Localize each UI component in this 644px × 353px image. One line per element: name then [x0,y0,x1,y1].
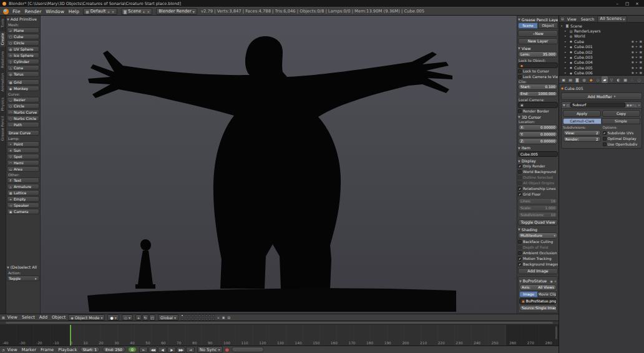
modifier-option-checkbox[interactable]: ✓ Subdivide UVs [603,130,641,136]
selectability-icon[interactable]: ▸ [636,66,637,69]
add-object-button[interactable]: ▦ Lattice [7,190,39,196]
renderability-icon[interactable]: ▣ [639,45,642,48]
outliner-row[interactable]: ▸ ◆ Cube ◉ ▸ ▣ [559,39,644,44]
frame-end-field[interactable]: End: 250 [102,347,125,352]
viewport-menu-item[interactable]: View [7,315,17,320]
layer-dot[interactable] [198,318,201,321]
subdivision-number-field[interactable]: View: 2 [563,130,601,136]
properties-tab[interactable]: ∴ [629,76,635,83]
display-option-checkbox[interactable]: ✓ Outline Selected [518,175,558,181]
transform-orientation-selector[interactable]: Global ▾ [158,314,178,321]
timeline-editor-icon[interactable]: ◔ [2,348,4,352]
transport-button[interactable]: ▶ [167,347,176,353]
layer-dot[interactable] [198,314,201,317]
subdivision-number-field[interactable]: Render: 2 [563,136,601,142]
visibility-eye-icon[interactable]: ◉ [632,40,634,43]
clip-end-field[interactable]: End: 1000.000 [518,91,558,97]
expand-icon[interactable]: ▸ [565,45,568,48]
lock-to-object-field[interactable]: ◆ [518,62,558,68]
gp-source-option[interactable]: Scene [518,22,538,29]
auto-keyframe-record-icon[interactable]: ● [225,347,229,352]
add-curve-button[interactable]: ◠ Nurbs Curve [7,109,39,115]
renderability-icon[interactable]: ▣ [639,71,642,74]
outliner-row[interactable]: ▸ ▤ RenderLayers ◉ ▸ ▣ [559,28,644,33]
modifier-option-checkbox[interactable]: ✓ Optimal Display [603,136,641,141]
layer-dot[interactable] [202,314,204,317]
outliner-row[interactable]: ▸ ◆ Cube.005 ◉ ▸ ▣ [559,65,644,70]
cursor-axis-field[interactable]: X: 0.00000 [518,124,558,131]
gp-new-data-button[interactable]: + New [518,30,558,36]
shading-option-checkbox[interactable]: ✓ Depth of Field [518,245,558,251]
bg-image-datablock[interactable]: ▣ BuProStatue.png [519,298,557,304]
close-button[interactable]: × [633,1,642,6]
add-curve-button[interactable]: ○ Circle [7,103,39,109]
visibility-eye-icon[interactable]: ◉ [632,66,634,69]
visibility-eye-icon[interactable]: ◉ [550,279,552,283]
shading-option-checkbox[interactable]: ✓ Background Images [518,262,558,267]
properties-tab[interactable]: ◇ [595,76,601,83]
action-dropdown[interactable]: Toggle ▾ [7,276,39,281]
expand-icon[interactable]: ▾ [561,24,564,27]
add-modifier-dropdown[interactable]: Add Modifier ▾ [561,92,642,100]
add-object-button[interactable]: ▣ Camera [7,209,39,214]
minimize-button[interactable]: – [613,1,622,6]
add-lamp-button[interactable]: ▭ Area [7,166,39,172]
layer-dot[interactable] [192,314,194,317]
selectability-icon[interactable]: ▸ [636,45,637,48]
lens-field[interactable]: Lens: 35.000 [518,51,558,57]
selectability-icon[interactable]: ▸ [636,56,637,59]
grid-setting-field[interactable]: Subdivisions: 10 [518,212,558,218]
outliner-row[interactable]: ▸ ◆ Cube.001 ◉ ▸ ▣ [559,44,644,49]
add-lamp-button[interactable]: ☀ Sun [7,147,39,153]
add-curve-button[interactable]: ◡ Bezier [7,97,39,102]
menu-item[interactable]: File [12,9,21,14]
add-object-button[interactable]: ◬ Armature [7,184,39,189]
add-mesh-button[interactable]: ▢ Cube [7,34,39,39]
algorithm-option[interactable]: Catmull-Clark [563,118,602,124]
layer-dot[interactable] [202,318,204,321]
visibility-eye-icon[interactable]: ◉ [632,61,634,64]
toolshelf-tab[interactable]: Tools [0,17,6,29]
toolshelf-tab[interactable]: Physics [0,96,6,112]
current-frame-field[interactable]: 0 [128,347,137,352]
add-image-button[interactable]: Add Image [518,268,558,274]
renderability-icon[interactable]: ▣ [639,56,642,59]
add-object-button[interactable]: + Empty [7,196,39,202]
local-camera-field[interactable]: ▣ [518,102,558,107]
gp-source-option[interactable]: Object [538,22,558,29]
apply-modifier-button[interactable]: Apply [563,110,601,117]
add-mesh-button[interactable]: ○ Circle [7,40,39,46]
editor-type-selector[interactable]: ▦ [2,316,5,319]
toolshelf-tab[interactable]: Relations [0,49,6,70]
layer-dot[interactable] [205,318,208,321]
display-panel-header[interactable]: ▼ Display [518,157,558,163]
renderability-icon[interactable]: ▣ [639,66,642,69]
display-option-checkbox[interactable]: ✓ Only Render [518,164,558,169]
selectability-icon[interactable]: ▸ [636,40,637,43]
clip-start-field[interactable]: Start: 0.100 [518,84,558,89]
timeline-menu-item[interactable]: Playback [58,347,77,352]
manipulator-button[interactable]: ◰ [149,314,155,321]
pivot-point-selector[interactable]: ◎ ▾ [122,314,133,321]
shading-option-checkbox[interactable]: ✓ Motion Tracking [518,256,558,262]
grease-pencil-panel-header[interactable]: ▼ Grease Pencil Layers [518,16,558,22]
expand-icon[interactable]: ▸ [565,29,568,32]
layer-dot[interactable] [181,318,183,321]
opengl-render-anim-icon[interactable]: ▤ [228,316,231,319]
shading-panel-header[interactable]: ▼ Shading [518,226,558,232]
add-object-button[interactable]: F Text [7,177,39,183]
viewport-3d[interactable] [41,16,517,314]
add-object-button[interactable]: ◁ Speaker [7,202,39,208]
menu-item[interactable]: Window [46,9,64,14]
visibility-eye-icon[interactable]: ◉ [632,71,634,74]
add-mesh-button[interactable]: ◇ Ico Sphere [7,52,39,58]
properties-tab[interactable]: ◙ [574,76,580,83]
display-option-checkbox[interactable]: ✓ All Object Origins [518,181,558,186]
layer-dot[interactable] [181,314,183,317]
toolshelf-tab[interactable]: Create [0,31,6,47]
outliner-menu-item[interactable]: Search [581,17,595,21]
maximize-button[interactable]: □ [623,1,632,6]
timeline-track[interactable]: -40-30-20-100102030405060708090100110120… [0,325,559,346]
cursor-axis-field[interactable]: Z: 0.00000 [518,138,558,144]
renderability-icon[interactable]: ▣ [639,40,642,43]
